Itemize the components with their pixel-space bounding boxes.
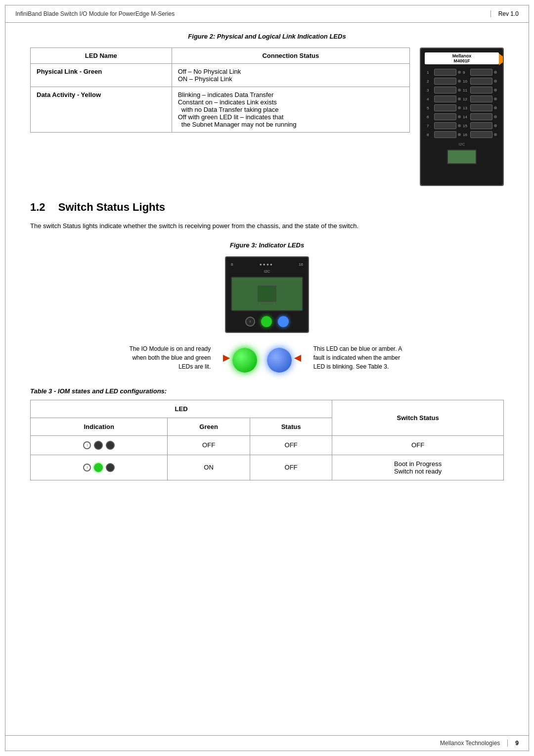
table-row: i ON OFF Boot in ProgressSwitch not read… [31,455,504,480]
port-row: 4 [427,95,461,102]
port-led [494,97,497,100]
switch-status-row1: OFF [332,435,504,455]
big-green-led [232,348,257,373]
port-connector [434,122,456,129]
left-label: The IO Module is on and ready when both … [122,344,211,371]
led-figure-container: LED Name Connection Status Physical Link… [30,47,504,186]
port-connector [434,131,456,138]
led-row-display [232,348,292,373]
port-led [494,124,497,127]
port-row: 6 [427,113,461,120]
port-row: 9 [463,69,497,76]
green-cell-row1: OFF [168,435,250,455]
port-row: 2 [427,78,461,85]
figure2-caption: Figure 2: Physical and Logical Link Indi… [30,33,504,40]
port-connector [470,78,492,85]
port-row: 14 [463,113,497,120]
led-status-data: Blinking – indicates Data Transfer Const… [172,87,409,133]
port-led [458,80,461,83]
port-row: 16 [463,131,497,138]
header-rev: Rev 1.0 [490,10,519,17]
port-connector [470,122,492,129]
port-connector [434,69,456,76]
led-name-physical: Physical Link - Green [31,64,172,87]
table-row: Data Activity - Yellow Blinking – indica… [31,87,410,133]
page-footer: Mellanox Technologies 9 [5,735,529,751]
page-wrapper: InfiniBand Blade Switch I/O Module for P… [5,5,529,751]
port-led [458,124,461,127]
page-content: Figure 2: Physical and Logical Link Indi… [5,23,529,490]
status-cell-row2: OFF [250,455,332,480]
port-led [494,80,497,83]
switch-status-header: Switch Status [332,400,504,435]
port-connector [470,95,492,102]
port-connector [434,78,456,85]
connector-inner [257,285,277,302]
port-led [494,133,497,136]
port-num: 11 [463,88,469,93]
port-num: 4 [427,97,433,101]
green-cell-row2: ON [168,455,250,480]
device-image-inner: MellanoxM4001F 1 9 [421,48,503,185]
blue-led-indicator [278,316,289,327]
green-led-off [94,441,103,450]
section-title: Switch Status Lights [58,201,165,213]
port-row: 5 [427,104,461,111]
port-grid: 1 9 2 [425,67,499,140]
port-num: 1 [427,70,433,75]
port-label: I2C [425,142,499,146]
figure3-leds: i [231,316,303,327]
port-num: 16 [463,133,469,137]
port-led [458,115,461,118]
port-row: 7 [427,122,461,129]
port-num: 13 [463,106,469,110]
figure3-connector [231,277,303,311]
device-triangle-icon [499,53,504,65]
footer-company: Mellanox Technologies [440,740,500,747]
port-num: 10 [463,79,469,84]
header-title: InfiniBand Blade Switch I/O Module for P… [15,10,175,17]
figure3-caption: Figure 3: Indicator LEDs [30,241,504,249]
port-led [458,133,461,136]
port-num: 6 [427,115,433,119]
figure3-image-container: 8 ● ● ● ● 16 I2C i [30,256,504,333]
port-row: 15 [463,122,497,129]
device-brand: MellanoxM4001F [425,52,499,64]
power-icon: i [245,317,255,327]
led-diagram-wrapper: The IO Module is on and ready when both … [30,343,504,373]
led-indicator-row1: i [38,441,160,450]
blue-led-off2 [106,463,115,472]
indication-header: Indication [31,418,168,435]
port-led [494,106,497,109]
green-led-indicator [261,316,272,327]
port-num: 2 [427,79,433,84]
port-led [458,106,461,109]
page-header: InfiniBand Blade Switch I/O Module for P… [5,5,529,23]
power-icon-small: i [83,464,91,472]
port-connector [434,95,456,102]
port-led [494,89,497,92]
col-led-name: LED Name [31,48,172,64]
port-row: 8 [427,131,461,138]
port-num: 3 [427,88,433,93]
switch-status-row2: Boot in ProgressSwitch not ready [332,455,504,480]
i2c-label: I2C [231,269,303,274]
led-name-data: Data Activity - Yellow [31,87,172,133]
arrow-left-icon: ◄ [292,351,304,365]
port-row: 11 [463,87,497,94]
port-num: 8 [427,133,433,137]
green-connector [447,149,477,164]
status-header: Status [250,418,332,435]
port-row: 3 [427,87,461,94]
port-num: 12 [463,97,469,101]
big-blue-led [267,348,292,373]
section-heading: 1.2 Switch Status Lights [30,201,504,214]
led-table: LED Name Connection Status Physical Link… [30,47,410,133]
table-row: Physical Link - Green Off – No Physical … [31,64,410,87]
port-num: 7 [427,124,433,128]
port-led [458,71,461,74]
indication-cell: i [31,435,168,455]
port-label-8: 8 [231,262,233,267]
led-status-physical: Off – No Physical LinkON – Physical Link [172,64,409,87]
green-header: Green [168,418,250,435]
